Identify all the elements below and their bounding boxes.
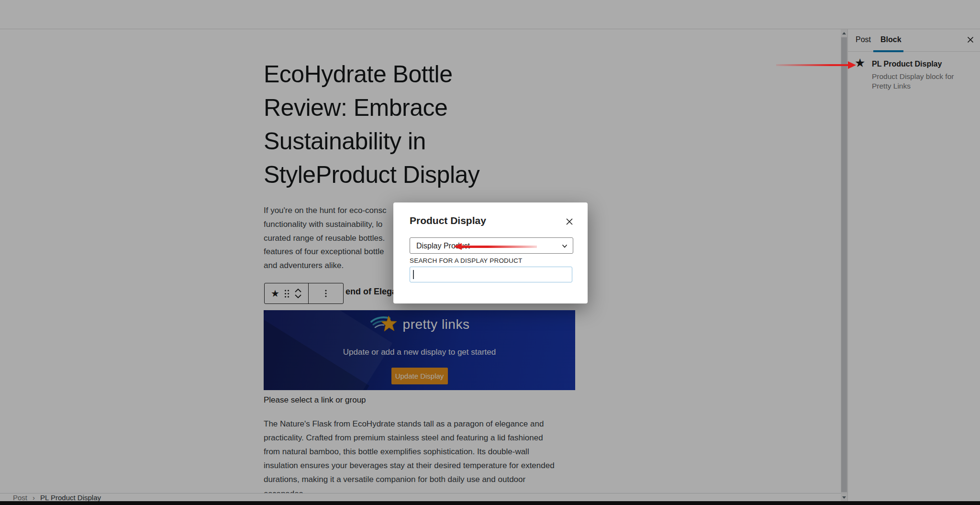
- chevron-down-icon: [561, 242, 568, 250]
- close-icon: [565, 217, 574, 226]
- annotation-arrow-to-block-card: [776, 64, 849, 66]
- wordpress-editor: W + EcoHydrate Bottle Review: Embrace Su…: [0, 0, 980, 505]
- modal-title: Product Display: [410, 215, 486, 226]
- annotation-arrowhead-right-icon: [848, 61, 856, 69]
- annotation-arrow-to-select: [461, 246, 537, 248]
- search-product-input[interactable]: [410, 267, 572, 282]
- annotation-arrowhead-left-icon: [454, 243, 462, 250]
- text-cursor: [413, 270, 414, 279]
- modal-close-button[interactable]: [564, 216, 575, 227]
- product-display-modal: Product Display Display Product SEARCH F…: [393, 202, 588, 303]
- search-product-label: SEARCH FOR A DISPLAY PRODUCT: [410, 257, 522, 264]
